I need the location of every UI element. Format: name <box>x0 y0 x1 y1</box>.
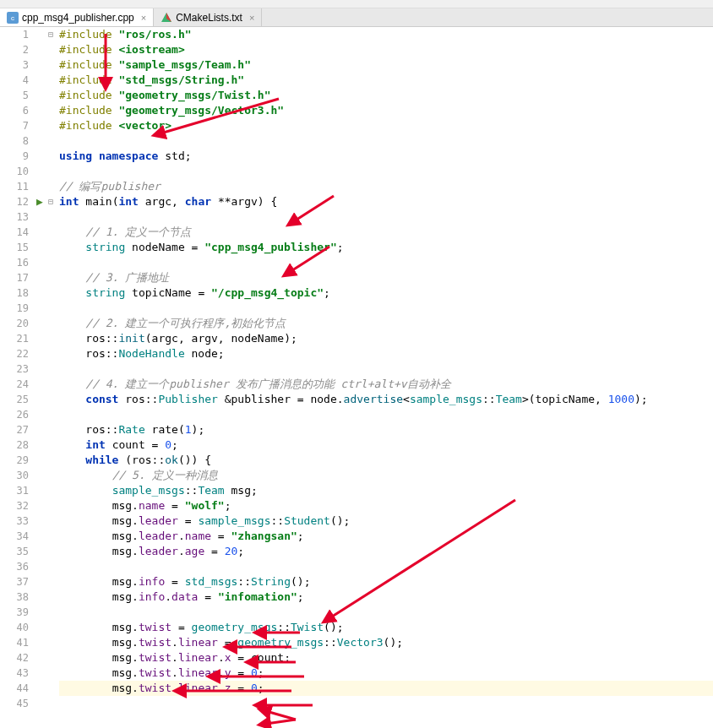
breakpoint-slot[interactable] <box>34 149 46 164</box>
code-line[interactable]: while (ros::ok()) { <box>59 453 713 468</box>
breakpoint-slot[interactable] <box>34 437 46 453</box>
fold-toggle[interactable] <box>46 605 56 620</box>
code-line[interactable] <box>59 133 713 149</box>
code-line[interactable]: const ros::Publisher &publisher = node.a… <box>59 392 713 407</box>
fold-toggle[interactable] <box>46 285 56 301</box>
code-line[interactable]: #include "sample_msgs/Team.h" <box>59 57 713 73</box>
fold-toggle[interactable] <box>46 620 56 635</box>
breakpoint-slot[interactable] <box>34 255 46 270</box>
code-line[interactable] <box>59 407 713 422</box>
tab-cpp-publisher[interactable]: c cpp_msg4_publisher.cpp × <box>0 8 154 26</box>
fold-toggle[interactable] <box>46 133 56 149</box>
fold-toggle[interactable] <box>46 88 56 103</box>
breakpoint-slot[interactable] <box>34 711 46 726</box>
fold-toggle[interactable] <box>46 422 56 437</box>
fold-toggle[interactable] <box>46 164 56 179</box>
code-line[interactable]: using namespace std; <box>59 149 713 164</box>
breakpoint-slot[interactable] <box>34 361 46 377</box>
fold-toggle[interactable] <box>46 346 56 361</box>
breakpoint-slot[interactable] <box>34 589 46 605</box>
fold-toggle[interactable] <box>46 437 56 453</box>
close-icon[interactable]: × <box>141 13 146 23</box>
code-line[interactable]: int main(int argc, char **argv) { <box>59 194 713 209</box>
code-line[interactable]: #include "ros/ros.h" <box>59 27 713 42</box>
code-editor[interactable]: 1234567891011121314151617181920212223242… <box>0 27 713 728</box>
breakpoint-slot[interactable]: ▶ <box>34 194 46 209</box>
fold-gutter[interactable]: ⊟⊟ <box>46 27 56 728</box>
breakpoint-slot[interactable] <box>34 164 46 179</box>
breakpoint-slot[interactable] <box>34 498 46 513</box>
breakpoint-slot[interactable] <box>34 605 46 620</box>
fold-toggle[interactable] <box>46 377 56 392</box>
code-line[interactable]: msg.leader.age = 20; <box>59 544 713 559</box>
fold-toggle[interactable] <box>46 118 56 133</box>
breakpoint-slot[interactable] <box>34 240 46 255</box>
breakpoint-slot[interactable] <box>34 635 46 650</box>
code-line[interactable]: msg.twist = geometry_msgs::Twist(); <box>59 620 713 635</box>
fold-toggle[interactable]: ⊟ <box>46 194 56 209</box>
fold-toggle[interactable] <box>46 559 56 574</box>
fold-toggle[interactable] <box>46 711 56 726</box>
breakpoint-slot[interactable] <box>34 42 46 57</box>
code-line[interactable] <box>59 301 713 316</box>
breakpoint-slot[interactable] <box>34 103 46 118</box>
fold-toggle[interactable]: ⊟ <box>46 27 56 42</box>
close-icon[interactable]: × <box>249 13 254 23</box>
breakpoint-slot[interactable] <box>34 422 46 437</box>
code-line[interactable] <box>59 696 713 711</box>
fold-toggle[interactable] <box>46 316 56 331</box>
breakpoint-slot[interactable] <box>34 453 46 468</box>
code-line[interactable]: // 2. 建立一个可执行程序,初始化节点 <box>59 316 713 331</box>
fold-toggle[interactable] <box>46 149 56 164</box>
fold-toggle[interactable] <box>46 574 56 589</box>
breakpoint-slot[interactable] <box>34 88 46 103</box>
fold-toggle[interactable] <box>46 73 56 88</box>
fold-toggle[interactable] <box>46 544 56 559</box>
code-line[interactable]: #include "std_msgs/String.h" <box>59 73 713 88</box>
code-line[interactable]: int count = 0; <box>59 437 713 453</box>
breakpoint-slot[interactable] <box>34 666 46 681</box>
breakpoint-slot[interactable] <box>34 270 46 285</box>
breakpoint-slot[interactable] <box>34 392 46 407</box>
fold-toggle[interactable] <box>46 529 56 544</box>
code-line[interactable]: string nodeName = "cpp_msg4_publisher"; <box>59 240 713 255</box>
fold-toggle[interactable] <box>46 468 56 483</box>
fold-toggle[interactable] <box>46 635 56 650</box>
code-line[interactable]: msg.twist.linear.y = 0; <box>59 666 713 681</box>
fold-toggle[interactable] <box>46 57 56 73</box>
breakpoint-slot[interactable] <box>34 377 46 392</box>
code-line[interactable] <box>59 361 713 377</box>
fold-toggle[interactable] <box>46 498 56 513</box>
breakpoint-slot[interactable] <box>34 483 46 498</box>
fold-toggle[interactable] <box>46 696 56 711</box>
code-line[interactable]: // 5. 定义一种消息 <box>59 468 713 483</box>
fold-toggle[interactable] <box>46 179 56 194</box>
code-line[interactable]: msg.name = "wolf"; <box>59 498 713 513</box>
fold-toggle[interactable] <box>46 361 56 377</box>
fold-toggle[interactable] <box>46 270 56 285</box>
code-line[interactable]: #include <vector> <box>59 118 713 133</box>
fold-toggle[interactable] <box>46 240 56 255</box>
code-line[interactable] <box>59 164 713 179</box>
fold-toggle[interactable] <box>46 666 56 681</box>
breakpoint-slot[interactable] <box>34 346 46 361</box>
fold-toggle[interactable] <box>46 589 56 605</box>
fold-toggle[interactable] <box>46 453 56 468</box>
code-line[interactable]: msg.twist.linear.z = 0; <box>59 681 713 696</box>
breakpoint-slot[interactable] <box>34 513 46 529</box>
code-line[interactable]: ros::NodeHandle node; <box>59 346 713 361</box>
tab-cmakelists[interactable]: CMakeLists.txt × <box>154 8 262 26</box>
code-area[interactable]: #include "ros/ros.h"#include <iostream>#… <box>56 27 713 728</box>
fold-toggle[interactable] <box>46 650 56 666</box>
breakpoint-slot[interactable] <box>34 118 46 133</box>
code-line[interactable] <box>59 559 713 574</box>
code-line[interactable]: #include "geometry_msgs/Twist.h" <box>59 88 713 103</box>
breakpoint-slot[interactable] <box>34 468 46 483</box>
code-line[interactable]: #include <iostream> <box>59 42 713 57</box>
code-line[interactable]: sample_msgs::Team msg; <box>59 483 713 498</box>
code-line[interactable]: // 1. 定义一个节点 <box>59 225 713 240</box>
code-line[interactable]: msg.info = std_msgs::String(); <box>59 574 713 589</box>
code-line[interactable] <box>59 209 713 225</box>
fold-toggle[interactable] <box>46 392 56 407</box>
breakpoint-slot[interactable] <box>34 559 46 574</box>
